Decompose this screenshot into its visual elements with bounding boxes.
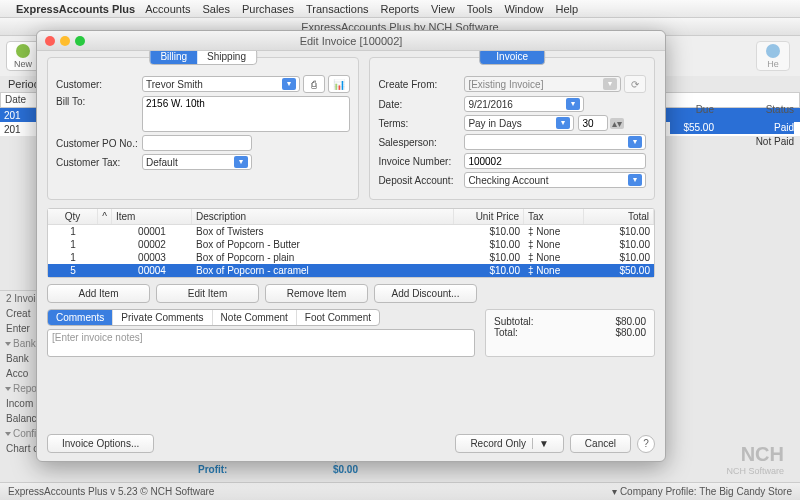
menu-sales[interactable]: Sales: [202, 3, 230, 15]
chevron-down-icon: ▾: [282, 78, 296, 90]
close-icon[interactable]: [45, 36, 55, 46]
table-row[interactable]: 500004Box of Popcorn - caramel$10.00‡ No…: [48, 264, 654, 277]
deposit-combo[interactable]: Checking Account▾: [464, 172, 646, 188]
invoice-meta-panel: Invoice Create From: [Existing Invoice]▾…: [369, 57, 655, 200]
table-row[interactable]: 100002Box of Popcorn - Butter$10.00‡ Non…: [48, 238, 654, 251]
menu-purchases[interactable]: Purchases: [242, 3, 294, 15]
deposit-label: Deposit Account:: [378, 175, 464, 186]
status-bar: ExpressAccounts Plus v 5.23 © NCH Softwa…: [0, 482, 800, 500]
billing-panel: Billing Shipping Customer: Trevor Smith▾…: [47, 57, 359, 200]
minimize-icon[interactable]: [60, 36, 70, 46]
zoom-icon[interactable]: [75, 36, 85, 46]
invoice-tab[interactable]: Invoice: [479, 51, 545, 65]
customer-label: Customer:: [56, 79, 142, 90]
line-items-table: Qty^ Item Description Unit Price Tax Tot…: [47, 208, 655, 278]
comments-field[interactable]: [Enter invoice notes]: [47, 329, 475, 357]
chart-icon[interactable]: 📊: [328, 75, 350, 93]
tab-private-comments[interactable]: Private Comments: [113, 310, 212, 325]
chevron-down-icon: ▾: [566, 98, 580, 110]
tab-foot-comment[interactable]: Foot Comment: [297, 310, 379, 325]
add-item-button[interactable]: Add Item: [47, 284, 150, 303]
menu-reports[interactable]: Reports: [381, 3, 420, 15]
createfrom-combo[interactable]: [Existing Invoice]▾: [464, 76, 621, 92]
salesperson-combo[interactable]: ▾: [464, 134, 646, 150]
dialog-title: Edit Invoice [100002]: [37, 35, 665, 47]
new-button[interactable]: New: [6, 41, 40, 71]
menu-help[interactable]: Help: [556, 3, 579, 15]
po-field[interactable]: [142, 135, 252, 151]
menu-view[interactable]: View: [431, 3, 455, 15]
terms-days-field[interactable]: [578, 115, 608, 131]
dialog-titlebar[interactable]: Edit Invoice [100002]: [37, 31, 665, 51]
help-icon[interactable]: ?: [637, 435, 655, 453]
terms-label: Terms:: [378, 118, 464, 129]
dialog-footer: Invoice Options... Record Only▼ Cancel ?: [37, 434, 665, 461]
tax-label: Customer Tax:: [56, 157, 142, 168]
edit-invoice-dialog: Edit Invoice [100002] Billing Shipping C…: [36, 30, 666, 462]
remove-item-button[interactable]: Remove Item: [265, 284, 368, 303]
invoice-options-button[interactable]: Invoice Options...: [47, 434, 154, 453]
salesperson-label: Salesperson:: [378, 137, 464, 148]
po-label: Customer PO No.:: [56, 138, 142, 149]
help-button[interactable]: He: [756, 41, 790, 71]
billto-field[interactable]: 2156 W. 10th: [142, 96, 350, 132]
menu-tools[interactable]: Tools: [467, 3, 493, 15]
date-field[interactable]: 9/21/2016▾: [464, 96, 584, 112]
record-button[interactable]: Record Only▼: [455, 434, 563, 453]
billing-shipping-tabs[interactable]: Billing Shipping: [149, 51, 257, 65]
invno-label: Invoice Number:: [378, 156, 464, 167]
company-profile: ▾ Company Profile: The Big Candy Store: [612, 486, 792, 497]
refresh-icon[interactable]: ⟳: [624, 75, 646, 93]
table-row[interactable]: 100003Box of Popcorn - plain$10.00‡ None…: [48, 251, 654, 264]
tab-shipping[interactable]: Shipping: [197, 51, 256, 64]
print-icon[interactable]: ⎙: [303, 75, 325, 93]
mac-menubar: ExpressAccounts Plus Accounts Sales Purc…: [0, 0, 800, 18]
date-label: Date:: [378, 99, 464, 110]
app-name[interactable]: ExpressAccounts Plus: [16, 3, 135, 15]
menu-transactions[interactable]: Transactions: [306, 3, 369, 15]
items-header[interactable]: Qty^ Item Description Unit Price Tax Tot…: [48, 209, 654, 225]
menu-window[interactable]: Window: [504, 3, 543, 15]
nch-logo: NCHNCH Software: [726, 443, 784, 476]
cancel-button[interactable]: Cancel: [570, 434, 631, 453]
createfrom-label: Create From:: [378, 79, 464, 90]
add-discount-button[interactable]: Add Discount...: [374, 284, 477, 303]
comment-tabs[interactable]: Comments Private Comments Note Comment F…: [47, 309, 380, 326]
billto-label: Bill To:: [56, 96, 142, 107]
table-row[interactable]: 100001Box of Twisters$10.00‡ None$10.00: [48, 225, 654, 238]
invno-field[interactable]: [464, 153, 646, 169]
menu-accounts[interactable]: Accounts: [145, 3, 190, 15]
totals-panel: Subtotal:$80.00 Total:$80.00: [485, 309, 655, 357]
tab-note-comment[interactable]: Note Comment: [213, 310, 297, 325]
chevron-down-icon: ▾: [234, 156, 248, 168]
tax-combo[interactable]: Default▾: [142, 154, 252, 170]
customer-combo[interactable]: Trevor Smith▾: [142, 76, 300, 92]
col-date: Date: [1, 93, 41, 107]
version-text: ExpressAccounts Plus v 5.23 © NCH Softwa…: [8, 486, 214, 497]
edit-item-button[interactable]: Edit Item: [156, 284, 259, 303]
terms-combo[interactable]: Pay in Days▾: [464, 115, 574, 131]
tab-billing[interactable]: Billing: [150, 51, 197, 64]
bg-right-cols: DueStatus $55.00Paid Not Paid: [670, 104, 794, 148]
tab-comments[interactable]: Comments: [48, 310, 113, 325]
